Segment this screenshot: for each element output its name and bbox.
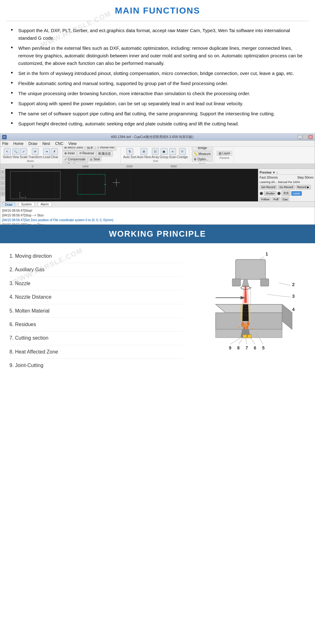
measure-btn[interactable]: 📏 Measure — [192, 152, 213, 156]
lead-label: Lead — [43, 155, 50, 159]
menu-item-view[interactable]: View — [68, 141, 77, 146]
scale-icon[interactable]: ⤢ — [20, 148, 27, 155]
jishu-btn[interactable]: 技术 — [85, 147, 95, 151]
principle-item-4: 4. Nozzle Distance — [9, 290, 183, 304]
svg-point-48 — [251, 328, 253, 329]
tab-alarm[interactable]: Alarm — [38, 202, 52, 207]
basic-group-label: Basic — [27, 159, 34, 163]
auto-nest-icon[interactable]: ⊞ — [140, 148, 147, 155]
array-label: Array — [152, 155, 159, 159]
window-buttons[interactable]: _ □ ✕ — [298, 135, 313, 139]
left-tool-1[interactable]: ↖ — [1, 170, 5, 175]
svg-rect-53 — [249, 304, 250, 321]
menu-item-nest[interactable]: Nest — [42, 141, 50, 146]
laser-row: Lasering shi... Manual Pw 100% — [260, 181, 313, 184]
lead-icon[interactable]: ⇥ — [43, 148, 50, 155]
left-tool-5[interactable]: T — [1, 192, 5, 196]
auto-sort-icon[interactable]: ⇅ — [126, 148, 133, 155]
inner-btn[interactable]: ⊕ Inner — [62, 151, 77, 157]
software-screenshot: C 400.1394.dxf - CypCut激光切割系统8.3.658.9(演… — [0, 133, 315, 225]
ruler-mark-1000: 1000 — [82, 165, 89, 168]
svg-marker-54 — [215, 329, 242, 337]
ruler-mark-0: 0 — [32, 165, 33, 168]
svg-marker-25 — [242, 286, 249, 304]
reverse-btn[interactable]: ↺ Reverse — [77, 151, 96, 157]
menu-item-cnc[interactable]: CNC — [55, 141, 63, 146]
view-label: View — [12, 155, 19, 159]
svg-point-42 — [241, 322, 245, 327]
sort-group-label: Sort — [153, 159, 158, 163]
shutter-row[interactable]: ⚫ Shutter ⚫ 光光 Laser — [260, 191, 313, 196]
left-tool-3[interactable]: □ — [1, 181, 5, 185]
list-item: Support along with speed the power regul… — [9, 99, 306, 109]
close-button[interactable]: ✕ — [308, 135, 313, 139]
array-icon[interactable]: ⊡ — [152, 148, 159, 155]
clear-icon[interactable]: ✗ — [51, 148, 58, 155]
scan-icon[interactable]: ≡ — [169, 148, 176, 155]
group-icon[interactable]: ▣ — [161, 148, 168, 155]
compensate-btn[interactable]: ⤢ Compensate — [62, 157, 87, 162]
laser-btn[interactable]: Laser — [291, 191, 302, 196]
gas-btn[interactable]: Gas — [281, 197, 289, 201]
log-line-4: [04/15 08:56:48]Stop --> Stoo — [2, 222, 313, 224]
menu-item-file[interactable]: File — [2, 141, 8, 146]
layer-btn[interactable]: ▤ Layer — [217, 151, 232, 156]
menu-item-draw[interactable]: Draw — [28, 141, 37, 146]
follow-row[interactable]: Follow Puff Gas — [260, 197, 313, 201]
minimize-button[interactable]: _ — [298, 135, 302, 139]
svg-point-50 — [237, 325, 238, 326]
toolbar-group-tools: ⌒ Bridge 📏 Measure ⚙ Optim... Tools — [191, 147, 214, 163]
left-tools: ↖ + □ ○ T — [0, 169, 5, 201]
canvas-svg: Y X — [5, 169, 258, 201]
shutter-btn[interactable]: Shutter — [264, 191, 276, 196]
menu-item-home[interactable]: Home — [13, 141, 23, 146]
maximize-button[interactable]: □ — [303, 135, 307, 139]
coedge-label: Coedge — [177, 155, 188, 159]
svg-rect-23 — [261, 279, 269, 286]
home-ref-btn[interactable]: ⌂ Home Ref — [95, 147, 116, 151]
svg-text:5: 5 — [262, 346, 265, 350]
principle-list: 1. Moving direction 2. Auxiliary Gas 3. … — [9, 250, 183, 372]
svg-text:3: 3 — [292, 294, 295, 299]
group-label: Group — [160, 155, 169, 159]
list-item: The unique processing order browsing fun… — [9, 89, 306, 99]
fushu-btn[interactable]: 附属信息 — [96, 151, 113, 157]
svg-point-10 — [105, 184, 106, 185]
toolbar-group-geometry: ↑ Lead Pos ⊙ Outer ⊞ Micro Joint 技术 ⌂ Ho… — [61, 147, 121, 163]
list-item: Support height directed cutting, automat… — [9, 119, 306, 129]
svg-text:7: 7 — [245, 346, 248, 350]
left-tool-4[interactable]: ○ — [1, 186, 5, 191]
svg-rect-0 — [5, 169, 160, 201]
go-record-btn[interactable]: Go Record — [278, 185, 295, 189]
follow-btn[interactable]: Follow — [260, 197, 271, 201]
auto-sort-label: Auto Sort — [123, 155, 136, 159]
svg-rect-22 — [232, 279, 240, 286]
select-icon[interactable]: ↖ — [4, 148, 11, 155]
fast-speed-label: Fast 20mm/s — [260, 176, 278, 179]
record-btn[interactable]: Record ▶ — [296, 185, 311, 189]
record-row[interactable]: Set Record Go Record Record ▶ — [260, 185, 313, 189]
micro-joint-btn[interactable]: ⊞ Micro Joint — [62, 147, 85, 151]
title-bar-text: 400.1394.dxf - CypCut激光切割系统8.3.658.9(演示版… — [9, 135, 296, 139]
view-icon[interactable]: 🔍 — [12, 148, 19, 155]
seal-btn[interactable]: ◎ Seal — [88, 157, 102, 162]
tab-draw[interactable]: Draw — [2, 202, 15, 207]
svg-text:2: 2 — [292, 282, 295, 287]
software-titlebar: C 400.1394.dxf - CypCut激光切割系统8.3.658.9(演… — [0, 134, 315, 141]
laser-label: Lasering shi... Manual Pw 100% — [260, 181, 300, 184]
svg-text:Y: Y — [19, 192, 21, 194]
left-tool-2[interactable]: + — [1, 175, 5, 180]
optim-btn[interactable]: ⚙ Optim... — [192, 157, 213, 162]
tab-system[interactable]: System — [18, 202, 34, 207]
canvas-area[interactable]: Y X — [5, 169, 258, 201]
status-bar: Draw System Alarm — [0, 201, 315, 207]
coedge-icon[interactable]: ⊓ — [179, 148, 186, 155]
guang-btn[interactable]: 光光 — [282, 191, 290, 196]
bridge-btn[interactable]: ⌒ Bridge — [192, 147, 213, 151]
transform-icon[interactable]: ⟳ — [32, 148, 39, 155]
svg-text:4: 4 — [292, 307, 295, 312]
puff-btn[interactable]: Puff — [272, 197, 280, 201]
set-record-btn[interactable]: Set Record — [260, 185, 277, 189]
principle-item-7: 7. Cutting section — [9, 331, 183, 345]
step-label: Step 50mm — [297, 176, 313, 179]
